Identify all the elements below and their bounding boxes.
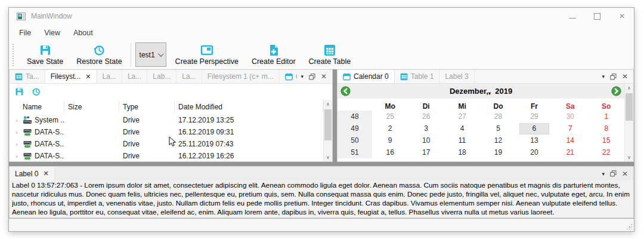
close-icon[interactable]: ✕ bbox=[85, 73, 91, 81]
day-cell[interactable]: 10 bbox=[408, 134, 444, 146]
day-cell[interactable]: 21 bbox=[552, 146, 588, 158]
day-cell[interactable]: 22 bbox=[589, 146, 624, 158]
minimize-button[interactable] bbox=[569, 14, 576, 19]
tab-label-0[interactable]: Label 0 ✕ bbox=[10, 167, 55, 180]
column-date-modified[interactable]: Date Modified bbox=[175, 102, 323, 112]
tab-label-4[interactable]: La... bbox=[177, 70, 202, 83]
tab-list-dropdown-icon[interactable]: ▾ bbox=[602, 73, 605, 79]
day-cell[interactable]: 27 bbox=[444, 111, 480, 122]
day-cell[interactable]: 9 bbox=[372, 134, 408, 146]
save-state-button[interactable]: Save State bbox=[20, 43, 70, 67]
column-name[interactable]: Name bbox=[10, 102, 64, 112]
float-dock-icon[interactable] bbox=[610, 73, 617, 80]
table-row[interactable]: › DATA-S... Drive 25.11.2019 07:43 bbox=[10, 138, 323, 150]
scroll-down-icon[interactable]: ∨ bbox=[324, 153, 332, 161]
day-cell[interactable]: 2 bbox=[372, 122, 408, 134]
vertical-scrollbar[interactable]: ∧ ∨ bbox=[323, 100, 332, 161]
calendar-icon bbox=[343, 73, 351, 81]
restore-icon[interactable] bbox=[32, 87, 41, 96]
column-type[interactable]: Type bbox=[119, 102, 175, 112]
create-perspective-label: Create Perspective bbox=[175, 57, 239, 66]
table-row[interactable]: › System ... Drive 17.12.2019 13:25 bbox=[10, 114, 323, 126]
calendar-icon bbox=[285, 73, 293, 81]
data-drive-icon bbox=[23, 152, 32, 160]
menu-about[interactable]: About bbox=[67, 26, 100, 39]
close-button[interactable]: ✕ bbox=[618, 13, 626, 20]
tab-table-1[interactable]: Table 1 bbox=[395, 70, 440, 83]
day-cell[interactable]: 12 bbox=[480, 134, 516, 146]
day-cell[interactable]: 25 bbox=[372, 111, 408, 122]
column-size[interactable]: Size bbox=[64, 102, 119, 112]
resize-grip-icon[interactable] bbox=[626, 223, 632, 229]
float-dock-icon[interactable] bbox=[309, 73, 315, 80]
day-cell[interactable]: 28 bbox=[480, 111, 516, 122]
table-row[interactable]: › DATA-S... Drive 16.12.2019 16:26 bbox=[10, 150, 323, 162]
day-cell[interactable]: 30 bbox=[552, 111, 588, 122]
day-cell[interactable]: 13 bbox=[516, 134, 552, 146]
scroll-up-icon[interactable]: ∧ bbox=[625, 84, 633, 92]
toolbar-drag-handle[interactable] bbox=[13, 44, 17, 66]
tab-list-dropdown-icon[interactable]: ▾ bbox=[301, 73, 304, 79]
close-dock-icon[interactable]: ✕ bbox=[622, 72, 628, 81]
day-cell[interactable]: 14 bbox=[552, 134, 588, 146]
day-cell[interactable]: 18 bbox=[444, 146, 480, 158]
expand-chevron-icon[interactable]: › bbox=[13, 117, 20, 124]
day-cell[interactable]: 5 bbox=[480, 122, 516, 134]
create-table-button[interactable]: Create Table bbox=[302, 43, 358, 67]
tab-calendar-0[interactable]: Calendar 0 bbox=[338, 70, 395, 83]
menu-file[interactable]: File bbox=[13, 26, 38, 39]
expand-chevron-icon[interactable]: › bbox=[13, 140, 20, 148]
tab-calendar[interactable]: Calend... bbox=[280, 70, 298, 83]
scroll-thumb[interactable] bbox=[626, 93, 633, 121]
scroll-thumb[interactable] bbox=[324, 109, 332, 140]
tab-table[interactable]: Ta... bbox=[10, 70, 45, 83]
day-cell[interactable]: 29 bbox=[516, 111, 552, 122]
perspective-select[interactable]: test1 bbox=[135, 42, 166, 67]
table-row[interactable]: › DATA-S... Drive 16.12.2019 09:31 bbox=[10, 126, 323, 138]
close-dock-icon[interactable]: ✕ bbox=[321, 72, 327, 81]
month-label[interactable]: Dezember, bbox=[450, 87, 488, 96]
horizontal-splitter[interactable] bbox=[9, 162, 634, 166]
previous-month-button[interactable] bbox=[340, 86, 351, 96]
scroll-up-icon[interactable]: ∧ bbox=[324, 100, 332, 108]
restore-state-button[interactable]: Restore State bbox=[70, 43, 128, 67]
day-cell[interactable]: 3 bbox=[408, 122, 444, 134]
create-perspective-button[interactable]: Create Perspective bbox=[169, 43, 245, 67]
day-cell-selected[interactable]: 6 bbox=[516, 122, 552, 134]
tab-filesystem-active[interactable]: Filesyst... ✕ bbox=[45, 70, 97, 83]
tab-filesystem-1[interactable]: Filesystem 1 (c+ m... bbox=[202, 70, 280, 83]
day-cell[interactable]: 7 bbox=[552, 122, 588, 134]
day-cell[interactable]: 20 bbox=[516, 146, 552, 158]
month-year-title[interactable]: Dezember,▾ 2019 bbox=[351, 87, 611, 96]
maximize-button[interactable] bbox=[594, 13, 600, 20]
year-label[interactable]: 2019 bbox=[495, 87, 512, 96]
menu-view[interactable]: View bbox=[38, 26, 67, 39]
close-dock-icon[interactable]: ✕ bbox=[622, 170, 628, 178]
tab-list-dropdown-icon[interactable]: ▾ bbox=[602, 171, 605, 177]
tab-label-3[interactable]: Lab... bbox=[147, 70, 177, 83]
day-cell[interactable]: 8 bbox=[589, 122, 624, 134]
expand-chevron-icon[interactable]: › bbox=[13, 128, 20, 136]
day-cell[interactable]: 26 bbox=[408, 111, 444, 122]
expand-chevron-icon[interactable]: › bbox=[13, 152, 20, 160]
create-editor-button[interactable]: Create Editor bbox=[245, 43, 302, 67]
tab-label-2[interactable]: La... bbox=[122, 70, 147, 83]
tab-label-1[interactable]: La... bbox=[97, 70, 122, 83]
scroll-down-icon[interactable]: ∨ bbox=[625, 153, 633, 161]
vertical-splitter[interactable] bbox=[333, 69, 337, 162]
tab-label-3[interactable]: Label 3 bbox=[439, 70, 474, 83]
close-icon[interactable]: ✕ bbox=[43, 170, 48, 177]
day-cell[interactable]: 17 bbox=[408, 146, 444, 158]
next-month-button[interactable] bbox=[611, 86, 621, 96]
save-icon[interactable] bbox=[15, 87, 24, 96]
float-dock-icon[interactable] bbox=[610, 170, 617, 177]
day-cell[interactable]: 11 bbox=[444, 134, 480, 146]
app-icon bbox=[17, 13, 26, 20]
day-cell[interactable]: 16 bbox=[372, 146, 408, 158]
day-cell[interactable]: 1 bbox=[589, 111, 624, 122]
day-cell[interactable]: 19 bbox=[480, 146, 516, 158]
day-cell[interactable]: 15 bbox=[589, 134, 624, 146]
vertical-scrollbar[interactable]: ∧ ∨ bbox=[624, 84, 633, 161]
day-cell[interactable]: 4 bbox=[444, 122, 480, 134]
week-number: 49 bbox=[338, 122, 372, 134]
